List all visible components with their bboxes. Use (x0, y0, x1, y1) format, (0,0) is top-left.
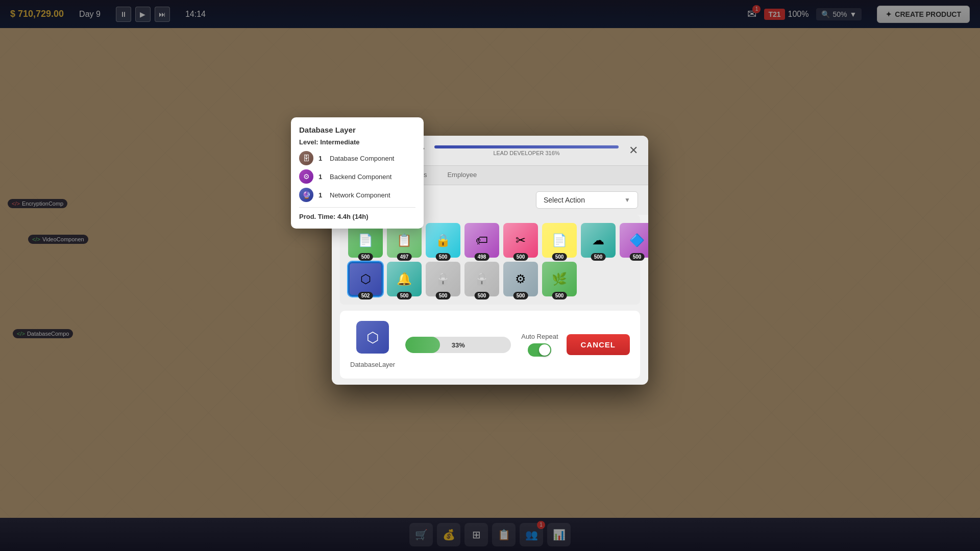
component-doc-badge: 500 (358, 253, 373, 261)
component-cut-badge: 500 (513, 253, 528, 261)
cancel-button[interactable]: CANCEL (567, 334, 630, 355)
prod-time-label: Prod. Time: (299, 213, 335, 220)
progress-section: ⬡ DatabaseLayer 33% Auto Repeat CANCEL (340, 311, 640, 379)
component-lock[interactable]: 🔒 500 (426, 223, 460, 258)
database-count: 1 (318, 155, 325, 162)
level-value: Intermediate (320, 138, 359, 146)
component-hex-icon: 🔷 (620, 223, 648, 258)
component-lock-icon: 🔒 (426, 223, 460, 258)
component-tag[interactable]: 🏷 498 (464, 223, 499, 258)
dropdown-arrow-icon: ▼ (624, 196, 630, 204)
tab-employee[interactable]: Employee (437, 166, 487, 185)
component-cloud[interactable]: ☁ 500 (581, 223, 616, 258)
component-locked2[interactable]: 🔒 500 (464, 262, 499, 296)
component-database-badge: 502 (358, 292, 373, 299)
backend-count: 1 (318, 173, 325, 181)
component-hex[interactable]: 🔷 500 (620, 223, 648, 258)
tooltip-time: Prod. Time: 4.4h (14h) (299, 213, 415, 220)
component-locked1-icon: 🔒 (426, 262, 460, 296)
component-plant[interactable]: 🌿 500 (542, 262, 577, 296)
component-plant-badge: 500 (552, 292, 567, 299)
component-tag-icon: 🏷 (464, 223, 499, 258)
progress-item-label: DatabaseLayer (350, 361, 395, 368)
component-file-badge: 497 (397, 253, 412, 261)
component-plant-icon: 🌿 (542, 262, 577, 296)
prod-time-value: 4.4h (337, 213, 351, 220)
database-component-name: Database Component (330, 155, 394, 162)
component-locked2-icon: 🔒 (464, 262, 499, 296)
tooltip-item-backend: ⚙ 1 Backend Component (299, 169, 415, 184)
backend-component-name: Backend Component (330, 173, 391, 181)
component-locked1[interactable]: 🔒 500 (426, 262, 460, 296)
component-page[interactable]: 📄 500 (542, 223, 577, 258)
progress-item-icon: ⬡ (356, 321, 389, 354)
tooltip-level: Level: Intermediate (299, 138, 415, 146)
component-cut-icon: ✂ (503, 223, 538, 258)
component-hex-badge: 500 (630, 253, 645, 261)
component-tag-badge: 498 (475, 253, 489, 261)
component-page-badge: 500 (552, 253, 567, 261)
progress-fill (405, 337, 440, 353)
component-bell[interactable]: 🔔 500 (387, 262, 422, 296)
component-gear[interactable]: ⚙ 500 (503, 262, 538, 296)
close-button[interactable]: ✕ (629, 145, 638, 156)
progress-bar: 33% (405, 337, 511, 353)
component-cloud-icon: ☁ (581, 223, 616, 258)
component-cut[interactable]: ✂ 500 (503, 223, 538, 258)
prod-time-alt: (14h) (353, 213, 369, 220)
auto-repeat-label: Auto Repeat (521, 333, 558, 340)
select-action-dropdown[interactable]: Select Action ▼ (536, 191, 638, 209)
backend-component-icon: ⚙ (299, 169, 313, 184)
tooltip-item-database: 🗄 1 Database Component (299, 151, 415, 165)
component-page-icon: 📄 (542, 223, 577, 258)
component-gear-badge: 500 (513, 292, 528, 299)
network-component-name: Network Component (330, 191, 390, 199)
component-locked1-badge: 500 (436, 292, 451, 299)
component-gear-icon: ⚙ (503, 262, 538, 296)
network-count: 1 (318, 191, 325, 199)
progress-actions: Auto Repeat CANCEL (521, 333, 630, 357)
tooltip-popup: Database Layer Level: Intermediate 🗄 1 D… (291, 117, 424, 229)
progress-percent: 33% (452, 341, 465, 348)
component-database-layer[interactable]: ⬡ 502 (348, 262, 383, 296)
tooltip-item-network: 🔮 1 Network Component (299, 188, 415, 202)
component-lock-badge: 500 (436, 253, 451, 261)
component-cloud-badge: 500 (591, 253, 606, 261)
component-bell-icon: 🔔 (387, 262, 422, 296)
network-component-icon: 🔮 (299, 188, 313, 202)
xp-bar-label: LEAD DEVELOPER 316% (434, 150, 619, 156)
modal-overlay: Jeremy Weaver LEAD DEVELOPER 316% ✕ Lead… (0, 0, 980, 551)
select-action-label: Select Action (544, 196, 585, 204)
component-database-icon: ⬡ (348, 262, 383, 296)
component-bell-badge: 500 (397, 292, 412, 299)
tooltip-divider (299, 207, 415, 208)
progress-bar-area: 33% (405, 337, 511, 353)
level-label: Level: (299, 138, 318, 146)
auto-repeat-toggle[interactable] (528, 343, 551, 357)
database-component-icon: 🗄 (299, 151, 313, 165)
tooltip-title: Database Layer (299, 126, 415, 134)
component-locked2-badge: 500 (475, 292, 489, 299)
